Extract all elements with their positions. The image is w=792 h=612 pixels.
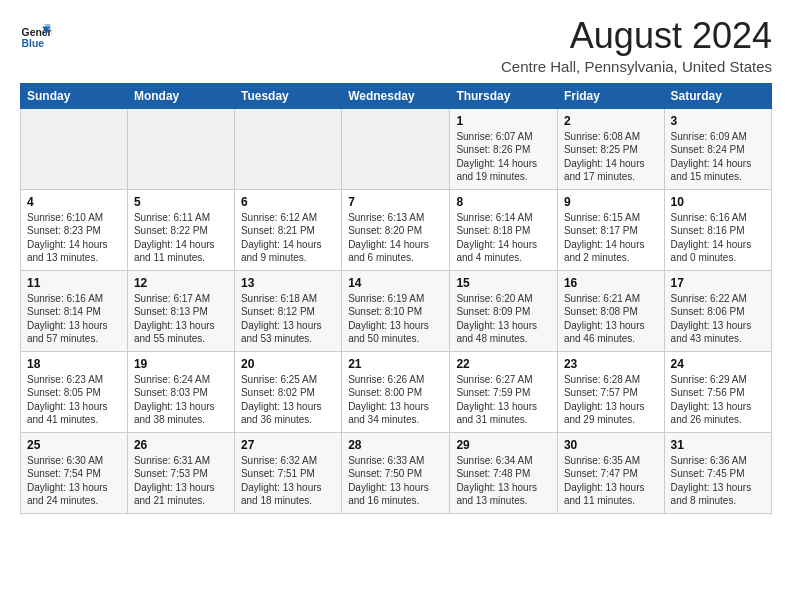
calendar-cell: 30Sunrise: 6:35 AM Sunset: 7:47 PM Dayli… — [557, 432, 664, 513]
calendar-cell: 15Sunrise: 6:20 AM Sunset: 8:09 PM Dayli… — [450, 270, 558, 351]
day-number: 26 — [134, 438, 228, 452]
day-info: Sunrise: 6:07 AM Sunset: 8:26 PM Dayligh… — [456, 130, 551, 184]
day-number: 23 — [564, 357, 658, 371]
day-number: 14 — [348, 276, 443, 290]
day-info: Sunrise: 6:32 AM Sunset: 7:51 PM Dayligh… — [241, 454, 335, 508]
day-info: Sunrise: 6:12 AM Sunset: 8:21 PM Dayligh… — [241, 211, 335, 265]
calendar-cell: 10Sunrise: 6:16 AM Sunset: 8:16 PM Dayli… — [664, 189, 771, 270]
day-number: 3 — [671, 114, 765, 128]
calendar-cell: 31Sunrise: 6:36 AM Sunset: 7:45 PM Dayli… — [664, 432, 771, 513]
calendar-cell: 25Sunrise: 6:30 AM Sunset: 7:54 PM Dayli… — [21, 432, 128, 513]
calendar-cell: 6Sunrise: 6:12 AM Sunset: 8:21 PM Daylig… — [234, 189, 341, 270]
calendar-cell — [342, 108, 450, 189]
day-number: 27 — [241, 438, 335, 452]
day-number: 9 — [564, 195, 658, 209]
calendar-cell: 17Sunrise: 6:22 AM Sunset: 8:06 PM Dayli… — [664, 270, 771, 351]
day-info: Sunrise: 6:18 AM Sunset: 8:12 PM Dayligh… — [241, 292, 335, 346]
day-number: 20 — [241, 357, 335, 371]
day-info: Sunrise: 6:35 AM Sunset: 7:47 PM Dayligh… — [564, 454, 658, 508]
day-number: 7 — [348, 195, 443, 209]
calendar-cell: 18Sunrise: 6:23 AM Sunset: 8:05 PM Dayli… — [21, 351, 128, 432]
calendar-week-row: 18Sunrise: 6:23 AM Sunset: 8:05 PM Dayli… — [21, 351, 772, 432]
calendar-cell: 23Sunrise: 6:28 AM Sunset: 7:57 PM Dayli… — [557, 351, 664, 432]
title-block: August 2024 Centre Hall, Pennsylvania, U… — [501, 16, 772, 75]
day-info: Sunrise: 6:33 AM Sunset: 7:50 PM Dayligh… — [348, 454, 443, 508]
day-number: 4 — [27, 195, 121, 209]
calendar-cell: 9Sunrise: 6:15 AM Sunset: 8:17 PM Daylig… — [557, 189, 664, 270]
calendar-cell: 4Sunrise: 6:10 AM Sunset: 8:23 PM Daylig… — [21, 189, 128, 270]
day-info: Sunrise: 6:19 AM Sunset: 8:10 PM Dayligh… — [348, 292, 443, 346]
day-number: 30 — [564, 438, 658, 452]
calendar-cell: 7Sunrise: 6:13 AM Sunset: 8:20 PM Daylig… — [342, 189, 450, 270]
header-thursday: Thursday — [450, 83, 558, 108]
day-number: 21 — [348, 357, 443, 371]
calendar-cell — [234, 108, 341, 189]
day-info: Sunrise: 6:26 AM Sunset: 8:00 PM Dayligh… — [348, 373, 443, 427]
calendar-week-row: 11Sunrise: 6:16 AM Sunset: 8:14 PM Dayli… — [21, 270, 772, 351]
calendar-cell: 14Sunrise: 6:19 AM Sunset: 8:10 PM Dayli… — [342, 270, 450, 351]
day-info: Sunrise: 6:23 AM Sunset: 8:05 PM Dayligh… — [27, 373, 121, 427]
day-number: 17 — [671, 276, 765, 290]
calendar-cell — [127, 108, 234, 189]
calendar-cell: 5Sunrise: 6:11 AM Sunset: 8:22 PM Daylig… — [127, 189, 234, 270]
day-info: Sunrise: 6:30 AM Sunset: 7:54 PM Dayligh… — [27, 454, 121, 508]
day-number: 6 — [241, 195, 335, 209]
calendar-cell: 24Sunrise: 6:29 AM Sunset: 7:56 PM Dayli… — [664, 351, 771, 432]
calendar-subtitle: Centre Hall, Pennsylvania, United States — [501, 58, 772, 75]
calendar-cell: 22Sunrise: 6:27 AM Sunset: 7:59 PM Dayli… — [450, 351, 558, 432]
calendar-cell: 13Sunrise: 6:18 AM Sunset: 8:12 PM Dayli… — [234, 270, 341, 351]
calendar-cell: 21Sunrise: 6:26 AM Sunset: 8:00 PM Dayli… — [342, 351, 450, 432]
weekday-header-row: Sunday Monday Tuesday Wednesday Thursday… — [21, 83, 772, 108]
calendar-cell: 11Sunrise: 6:16 AM Sunset: 8:14 PM Dayli… — [21, 270, 128, 351]
day-number: 2 — [564, 114, 658, 128]
calendar-cell: 1Sunrise: 6:07 AM Sunset: 8:26 PM Daylig… — [450, 108, 558, 189]
day-number: 25 — [27, 438, 121, 452]
calendar-cell: 16Sunrise: 6:21 AM Sunset: 8:08 PM Dayli… — [557, 270, 664, 351]
day-number: 18 — [27, 357, 121, 371]
day-number: 24 — [671, 357, 765, 371]
day-number: 12 — [134, 276, 228, 290]
logo: General Blue — [20, 20, 52, 52]
calendar-cell: 3Sunrise: 6:09 AM Sunset: 8:24 PM Daylig… — [664, 108, 771, 189]
calendar-cell: 20Sunrise: 6:25 AM Sunset: 8:02 PM Dayli… — [234, 351, 341, 432]
calendar-cell: 26Sunrise: 6:31 AM Sunset: 7:53 PM Dayli… — [127, 432, 234, 513]
calendar-week-row: 25Sunrise: 6:30 AM Sunset: 7:54 PM Dayli… — [21, 432, 772, 513]
logo-icon: General Blue — [20, 20, 52, 52]
calendar-week-row: 1Sunrise: 6:07 AM Sunset: 8:26 PM Daylig… — [21, 108, 772, 189]
day-info: Sunrise: 6:27 AM Sunset: 7:59 PM Dayligh… — [456, 373, 551, 427]
day-info: Sunrise: 6:21 AM Sunset: 8:08 PM Dayligh… — [564, 292, 658, 346]
day-info: Sunrise: 6:16 AM Sunset: 8:14 PM Dayligh… — [27, 292, 121, 346]
day-info: Sunrise: 6:10 AM Sunset: 8:23 PM Dayligh… — [27, 211, 121, 265]
header-tuesday: Tuesday — [234, 83, 341, 108]
day-info: Sunrise: 6:36 AM Sunset: 7:45 PM Dayligh… — [671, 454, 765, 508]
day-info: Sunrise: 6:09 AM Sunset: 8:24 PM Dayligh… — [671, 130, 765, 184]
day-number: 29 — [456, 438, 551, 452]
day-number: 5 — [134, 195, 228, 209]
calendar-cell: 12Sunrise: 6:17 AM Sunset: 8:13 PM Dayli… — [127, 270, 234, 351]
day-number: 31 — [671, 438, 765, 452]
day-info: Sunrise: 6:17 AM Sunset: 8:13 PM Dayligh… — [134, 292, 228, 346]
day-info: Sunrise: 6:13 AM Sunset: 8:20 PM Dayligh… — [348, 211, 443, 265]
day-number: 22 — [456, 357, 551, 371]
calendar-week-row: 4Sunrise: 6:10 AM Sunset: 8:23 PM Daylig… — [21, 189, 772, 270]
calendar-cell: 27Sunrise: 6:32 AM Sunset: 7:51 PM Dayli… — [234, 432, 341, 513]
calendar-cell: 2Sunrise: 6:08 AM Sunset: 8:25 PM Daylig… — [557, 108, 664, 189]
header-saturday: Saturday — [664, 83, 771, 108]
day-info: Sunrise: 6:24 AM Sunset: 8:03 PM Dayligh… — [134, 373, 228, 427]
day-info: Sunrise: 6:34 AM Sunset: 7:48 PM Dayligh… — [456, 454, 551, 508]
day-number: 13 — [241, 276, 335, 290]
calendar-table: Sunday Monday Tuesday Wednesday Thursday… — [20, 83, 772, 514]
header-friday: Friday — [557, 83, 664, 108]
day-number: 16 — [564, 276, 658, 290]
day-info: Sunrise: 6:25 AM Sunset: 8:02 PM Dayligh… — [241, 373, 335, 427]
calendar-cell: 28Sunrise: 6:33 AM Sunset: 7:50 PM Dayli… — [342, 432, 450, 513]
header-sunday: Sunday — [21, 83, 128, 108]
day-info: Sunrise: 6:28 AM Sunset: 7:57 PM Dayligh… — [564, 373, 658, 427]
day-info: Sunrise: 6:14 AM Sunset: 8:18 PM Dayligh… — [456, 211, 551, 265]
day-info: Sunrise: 6:22 AM Sunset: 8:06 PM Dayligh… — [671, 292, 765, 346]
page-header: General Blue August 2024 Centre Hall, Pe… — [20, 16, 772, 75]
calendar-cell: 19Sunrise: 6:24 AM Sunset: 8:03 PM Dayli… — [127, 351, 234, 432]
day-info: Sunrise: 6:20 AM Sunset: 8:09 PM Dayligh… — [456, 292, 551, 346]
calendar-cell: 29Sunrise: 6:34 AM Sunset: 7:48 PM Dayli… — [450, 432, 558, 513]
svg-text:Blue: Blue — [22, 38, 45, 49]
